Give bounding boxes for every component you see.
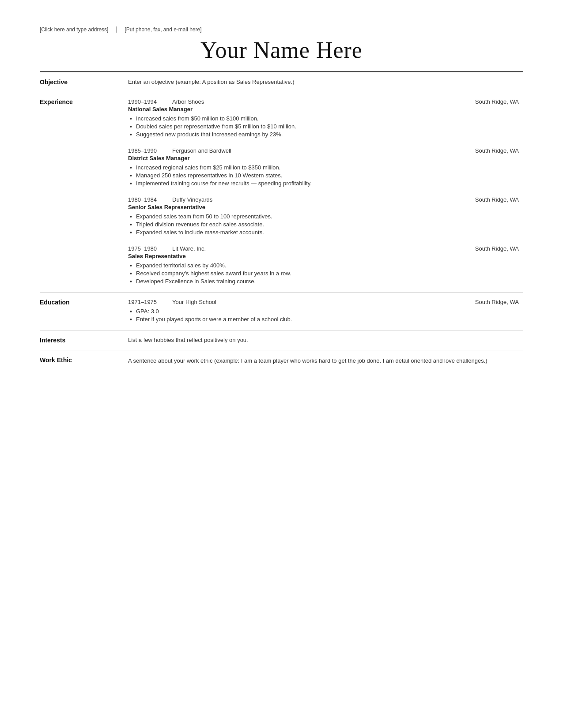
experience-entry-4: 1975–1980 Lit Ware, Inc. South Ridge, WA… bbox=[128, 245, 519, 285]
objective-content: Enter an objective (example: A position … bbox=[128, 72, 523, 92]
bullet-item: Increased regional sales from $25 millio… bbox=[128, 164, 519, 171]
education-label: Education bbox=[40, 293, 128, 330]
resume-page: [Click here and type address] [Put phone… bbox=[0, 0, 563, 728]
exp-company-4: Lit Ware, Inc. bbox=[168, 245, 461, 252]
exp-years-3: 1980–1984 bbox=[128, 196, 168, 203]
experience-entry-1: 1990–1994 Arbor Shoes South Ridge, WA Na… bbox=[128, 98, 519, 138]
exp-years-2: 1985–1990 bbox=[128, 147, 168, 154]
exp-company-2: Ferguson and Bardwell bbox=[168, 147, 461, 154]
resume-table: Objective Enter an objective (example: A… bbox=[40, 72, 523, 372]
experience-entry-2: 1985–1990 Ferguson and Bardwell South Ri… bbox=[128, 147, 519, 187]
name-section: Your Name Here bbox=[40, 37, 523, 63]
edu-school: Your High School bbox=[168, 299, 461, 305]
edu-bullet-activities: Enter if you played sports or were a mem… bbox=[128, 316, 519, 323]
objective-text[interactable]: Enter an objective (example: A position … bbox=[128, 79, 295, 85]
objective-row: Objective Enter an objective (example: A… bbox=[40, 72, 523, 92]
exp-location-4: South Ridge, WA bbox=[461, 245, 519, 252]
education-row: Education 1971–1975 Your High School Sou… bbox=[40, 293, 523, 330]
exp-bullets-2: Increased regional sales from $25 millio… bbox=[128, 164, 519, 187]
edu-bullet-gpa: GPA: 3.0 bbox=[128, 308, 519, 315]
experience-row: Experience 1990–1994 Arbor Shoes South R… bbox=[40, 92, 523, 293]
work-ethic-text[interactable]: A sentence about your work ethic (exampl… bbox=[128, 357, 487, 364]
work-ethic-content: A sentence about your work ethic (exampl… bbox=[128, 350, 523, 372]
experience-entry-3: 1980–1984 Duffy Vineyards South Ridge, W… bbox=[128, 196, 519, 236]
work-ethic-row: Work Ethic A sentence about your work et… bbox=[40, 350, 523, 372]
edu-header: 1971–1975 Your High School South Ridge, … bbox=[128, 299, 519, 305]
name-title[interactable]: Your Name Here bbox=[40, 37, 523, 63]
exp-bullets-1: Increased sales from $50 million to $100… bbox=[128, 115, 519, 138]
exp-title-3: Senior Sales Representative bbox=[128, 204, 519, 210]
experience-content: 1990–1994 Arbor Shoes South Ridge, WA Na… bbox=[128, 92, 523, 293]
objective-label: Objective bbox=[40, 72, 128, 92]
exp-bullets-3: Expanded sales team from 50 to 100 repre… bbox=[128, 213, 519, 236]
bullet-item: Developed Excellence in Sales training c… bbox=[128, 278, 519, 285]
exp-header-3: 1980–1984 Duffy Vineyards South Ridge, W… bbox=[128, 196, 519, 203]
interests-label: Interests bbox=[40, 330, 128, 350]
edu-location: South Ridge, WA bbox=[461, 299, 519, 305]
address-field[interactable]: [Click here and type address] bbox=[40, 26, 117, 33]
bullet-item: Expanded territorial sales by 400%. bbox=[128, 262, 519, 269]
edu-bullets: GPA: 3.0 Enter if you played sports or w… bbox=[128, 308, 519, 323]
exp-bullets-4: Expanded territorial sales by 400%. Rece… bbox=[128, 262, 519, 285]
exp-company-1: Arbor Shoes bbox=[168, 98, 461, 105]
exp-header-2: 1985–1990 Ferguson and Bardwell South Ri… bbox=[128, 147, 519, 154]
exp-header-4: 1975–1980 Lit Ware, Inc. South Ridge, WA bbox=[128, 245, 519, 252]
contact-field[interactable]: [Put phone, fax, and e-mail here] bbox=[117, 26, 523, 33]
education-content: 1971–1975 Your High School South Ridge, … bbox=[128, 293, 523, 330]
interests-text[interactable]: List a few hobbies that reflect positive… bbox=[128, 337, 248, 343]
edu-years: 1971–1975 bbox=[128, 299, 168, 305]
work-ethic-label: Work Ethic bbox=[40, 350, 128, 372]
exp-location-2: South Ridge, WA bbox=[461, 147, 519, 154]
bullet-item: Tripled division revenues for each sales… bbox=[128, 221, 519, 228]
bullet-item: Suggested new products that increased ea… bbox=[128, 131, 519, 138]
exp-title-2: District Sales Manager bbox=[128, 155, 519, 161]
exp-years-4: 1975–1980 bbox=[128, 245, 168, 252]
bullet-item: Increased sales from $50 million to $100… bbox=[128, 115, 519, 122]
exp-company-3: Duffy Vineyards bbox=[168, 196, 461, 203]
interests-content: List a few hobbies that reflect positive… bbox=[128, 330, 523, 350]
exp-location-1: South Ridge, WA bbox=[461, 98, 519, 105]
exp-location-3: South Ridge, WA bbox=[461, 196, 519, 203]
exp-title-4: Sales Representative bbox=[128, 253, 519, 259]
bullet-item: Expanded sales to include mass-market ac… bbox=[128, 229, 519, 236]
header-top: [Click here and type address] [Put phone… bbox=[40, 26, 523, 33]
bullet-item: Managed 250 sales representatives in 10 … bbox=[128, 172, 519, 179]
exp-years-1: 1990–1994 bbox=[128, 98, 168, 105]
bullet-item: Doubled sales per representative from $5… bbox=[128, 123, 519, 130]
exp-header-1: 1990–1994 Arbor Shoes South Ridge, WA bbox=[128, 98, 519, 105]
interests-row: Interests List a few hobbies that reflec… bbox=[40, 330, 523, 350]
bullet-item: Expanded sales team from 50 to 100 repre… bbox=[128, 213, 519, 220]
bullet-item: Implemented training course for new recr… bbox=[128, 180, 519, 187]
bullet-item: Received company's highest sales award f… bbox=[128, 270, 519, 277]
experience-label: Experience bbox=[40, 92, 128, 293]
exp-title-1: National Sales Manager bbox=[128, 106, 519, 113]
